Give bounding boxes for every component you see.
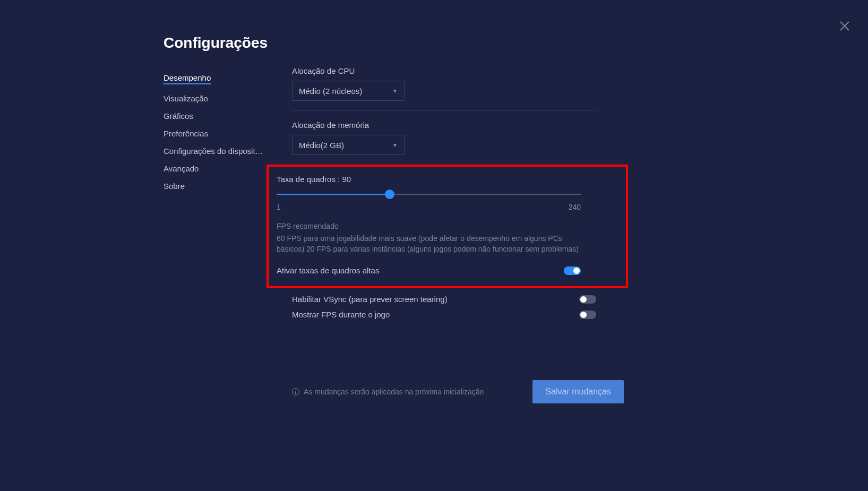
toggle-knob <box>580 296 587 303</box>
memory-allocation-label: Alocação de memória <box>292 120 597 130</box>
vsync-toggle[interactable] <box>579 295 596 304</box>
memory-allocation-value: Médio(2 GB) <box>299 141 344 150</box>
footer-info: i As mudanças serão aplicadas na próxima… <box>292 387 484 396</box>
slider-max-label: 240 <box>569 203 581 211</box>
cpu-allocation-label: Alocação de CPU <box>292 66 597 75</box>
close-button[interactable] <box>840 21 849 33</box>
sidebar-item-dispositivo[interactable]: Configurações do disposit… <box>164 142 275 160</box>
footer-info-text: As mudanças serão aplicadas na próxima i… <box>304 387 484 396</box>
sidebar-item-avancado[interactable]: Avançado <box>164 160 275 177</box>
chevron-down-icon: ▼ <box>392 88 398 94</box>
memory-allocation-select[interactable]: Médio(2 GB) ▼ <box>292 135 405 155</box>
slider-min-label: 1 <box>277 203 281 211</box>
vsync-label: Habilitar VSync (para prever screen tear… <box>292 295 448 304</box>
sidebar-item-sobre[interactable]: Sobre <box>164 177 275 195</box>
content-panel: Alocação de CPU Médio (2 núcleos) ▼ Aloc… <box>292 66 597 322</box>
cpu-allocation-value: Médio (2 núcleos) <box>299 87 362 96</box>
sidebar-item-graficos[interactable]: Gráficos <box>164 107 275 125</box>
framerate-slider[interactable] <box>277 190 581 200</box>
save-button[interactable]: Salvar mudanças <box>532 380 624 403</box>
sidebar-item-desempenho[interactable]: Desempenho <box>164 69 211 84</box>
toggle-knob <box>573 268 580 274</box>
cpu-allocation-select[interactable]: Médio (2 núcleos) ▼ <box>292 81 405 101</box>
fps-recommended-title: FPS recomendado <box>277 222 618 230</box>
footer: i As mudanças serão aplicadas na próxima… <box>292 380 624 403</box>
show-fps-label: Mostrar FPS durante o jogo <box>292 310 390 319</box>
divider <box>292 110 597 111</box>
framerate-label: Taxa de quadros : 90 <box>277 175 618 184</box>
page-title: Configurações <box>164 35 268 51</box>
slider-fill <box>277 194 390 195</box>
high-framerate-label: Ativar taxas de quadros altas <box>277 266 379 275</box>
slider-thumb[interactable] <box>385 189 394 199</box>
info-icon: i <box>292 388 299 395</box>
show-fps-toggle[interactable] <box>579 311 596 319</box>
sidebar-item-preferencias[interactable]: Preferências <box>164 125 275 142</box>
sidebar: Desempenho Visualização Gráficos Preferê… <box>164 69 275 195</box>
high-framerate-toggle[interactable] <box>564 266 581 275</box>
highlight-box: Taxa de quadros : 90 1 240 FPS recomenda… <box>267 165 628 288</box>
toggle-knob <box>580 312 587 318</box>
chevron-down-icon: ▼ <box>392 142 398 148</box>
fps-recommended-desc: 60 FPS para uma jogabilidade mais suave … <box>277 234 581 254</box>
close-icon <box>840 21 849 31</box>
sidebar-item-visualizacao[interactable]: Visualização <box>164 90 275 107</box>
